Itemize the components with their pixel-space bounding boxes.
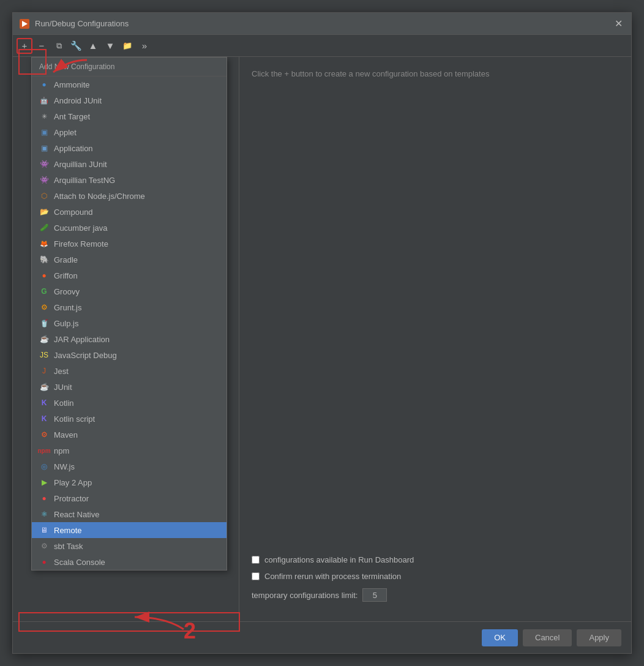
- list-item[interactable]: 📂 Compound: [32, 204, 227, 220]
- list-item[interactable]: 🐘 Gradle: [32, 252, 227, 268]
- list-item[interactable]: ◎ NW.js: [32, 458, 227, 474]
- arrow-up-icon: ▲: [89, 40, 98, 51]
- list-item[interactable]: K Kotlin: [32, 395, 227, 411]
- list-item[interactable]: ☕ JUnit: [32, 379, 227, 395]
- move-down-button[interactable]: ▼: [102, 38, 118, 54]
- item-label: Android JUnit: [54, 96, 102, 105]
- item-label: Maven: [54, 430, 78, 440]
- cucumber-java-icon: 🥒: [39, 223, 49, 233]
- apply-button[interactable]: Apply: [577, 629, 621, 646]
- list-item[interactable]: 🦊 Firefox Remote: [32, 236, 227, 252]
- add-config-button[interactable]: +: [17, 38, 32, 54]
- edit-config-button[interactable]: 🔧: [68, 38, 84, 54]
- dialog-icon: [19, 18, 30, 29]
- folder-button[interactable]: 📁: [119, 38, 135, 54]
- item-label: Arquillian JUnit: [54, 160, 107, 169]
- dialog-footer: OK Cancel Apply: [13, 621, 631, 653]
- options-section: configurations available in Run Dashboar…: [252, 555, 619, 609]
- temp-limit-input[interactable]: [362, 588, 387, 602]
- list-item[interactable]: ⚛ React Native: [32, 506, 227, 522]
- item-label: Jest: [54, 367, 69, 376]
- item-label: NW.js: [54, 462, 75, 471]
- item-label: Application: [54, 144, 93, 153]
- copy-icon: ⧉: [56, 41, 62, 51]
- item-label: Protractor: [54, 494, 89, 503]
- list-item[interactable]: 🥒 Cucumber java: [32, 220, 227, 236]
- ammonite-icon: ●: [39, 80, 49, 89]
- list-item[interactable]: npm npm: [32, 443, 227, 458]
- run-debug-dialog: Run/Debug Configurations ✕ + − ⧉ 🔧 ▲ ▼ 📁…: [12, 12, 632, 654]
- item-label: Ant Target: [54, 112, 90, 121]
- js-debug-icon: JS: [39, 350, 49, 360]
- toolbar: + − ⧉ 🔧 ▲ ▼ 📁 »: [13, 35, 631, 57]
- list-item[interactable]: ⚙ Grunt.js: [32, 299, 227, 315]
- more-icon: »: [142, 40, 147, 51]
- protractor-icon: ●: [39, 493, 49, 503]
- list-item[interactable]: ▣ Applet: [32, 124, 227, 140]
- list-item[interactable]: ● Ammonite: [32, 77, 227, 92]
- dashboard-checkbox[interactable]: [252, 556, 260, 564]
- list-item[interactable]: 👾 Arquillian TestNG: [32, 172, 227, 188]
- item-label: Kotlin: [54, 398, 74, 408]
- arquillian-testng-icon: 👾: [39, 175, 49, 185]
- firefox-remote-icon: 🦊: [39, 239, 49, 249]
- close-button[interactable]: ✕: [612, 15, 625, 32]
- ant-target-icon: ✳: [39, 111, 49, 121]
- griffon-icon: ●: [39, 271, 49, 280]
- application-icon: ▣: [39, 143, 49, 153]
- applet-icon: ▣: [39, 127, 49, 137]
- item-label: React Native: [54, 510, 99, 519]
- list-item[interactable]: 👾 Arquillian JUnit: [32, 156, 227, 172]
- list-item[interactable]: JS JavaScript Debug: [32, 347, 227, 363]
- list-item[interactable]: G Groovy: [32, 283, 227, 299]
- list-item[interactable]: ⚙ Maven: [32, 427, 227, 443]
- list-item[interactable]: K Kotlin script: [32, 411, 227, 427]
- list-item[interactable]: ✳ Ant Target: [32, 108, 227, 124]
- remote-icon: 🖥: [39, 525, 49, 535]
- item-label: Remote: [54, 526, 82, 535]
- ok-button[interactable]: OK: [482, 629, 518, 646]
- item-label: Cucumber java: [54, 223, 107, 233]
- nwjs-icon: ◎: [39, 462, 49, 471]
- item-label: Grunt.js: [54, 303, 82, 312]
- list-item[interactable]: ▣ Application: [32, 140, 227, 156]
- arquillian-junit-icon: 👾: [39, 159, 49, 169]
- welcome-message: Click the + button to create a new confi…: [252, 69, 619, 78]
- junit-icon: ☕: [39, 382, 49, 392]
- dialog-title: Run/Debug Configurations: [35, 19, 612, 28]
- sbt-task-icon: ⚙: [39, 541, 49, 551]
- list-item[interactable]: 🤖 Android JUnit: [32, 92, 227, 108]
- copy-config-button[interactable]: ⧉: [51, 38, 67, 54]
- list-item[interactable]: ▶ Play 2 App: [32, 474, 227, 490]
- list-item[interactable]: J Jest: [32, 363, 227, 379]
- left-panel: Add New Configuration ● Ammonite 🤖 Andro…: [13, 57, 239, 621]
- compound-icon: 📂: [39, 207, 49, 217]
- move-up-button[interactable]: ▲: [85, 38, 101, 54]
- item-label: Play 2 App: [54, 478, 92, 487]
- kotlin-icon: K: [39, 398, 49, 408]
- rerun-checkbox[interactable]: [252, 572, 260, 580]
- npm-icon: npm: [39, 446, 49, 455]
- item-label: Arquillian TestNG: [54, 176, 115, 185]
- more-button[interactable]: »: [137, 38, 152, 54]
- rerun-label: Confirm rerun with process termination: [264, 572, 401, 581]
- maven-icon: ⚙: [39, 430, 49, 440]
- item-label: Scala Console: [54, 558, 105, 567]
- cancel-button[interactable]: Cancel: [523, 629, 572, 646]
- item-label: Gulp.js: [54, 319, 78, 328]
- list-item[interactable]: ⚙ sbt Task: [32, 538, 227, 554]
- list-item[interactable]: ● Griffon: [32, 268, 227, 283]
- remote-list-item[interactable]: 🖥 Remote: [32, 522, 227, 538]
- remove-config-button[interactable]: −: [34, 38, 50, 54]
- item-label: Griffon: [54, 271, 78, 280]
- folder-icon: 📁: [122, 41, 132, 50]
- list-item[interactable]: ● Scala Console: [32, 554, 227, 570]
- list-item[interactable]: ⬡ Attach to Node.js/Chrome: [32, 188, 227, 204]
- wrench-icon: 🔧: [70, 40, 82, 51]
- react-native-icon: ⚛: [39, 509, 49, 519]
- list-item[interactable]: ● Protractor: [32, 490, 227, 506]
- android-junit-icon: 🤖: [39, 95, 49, 105]
- list-item[interactable]: 🥤 Gulp.js: [32, 315, 227, 331]
- item-label: Firefox Remote: [54, 239, 108, 249]
- list-item[interactable]: ☕ JAR Application: [32, 331, 227, 347]
